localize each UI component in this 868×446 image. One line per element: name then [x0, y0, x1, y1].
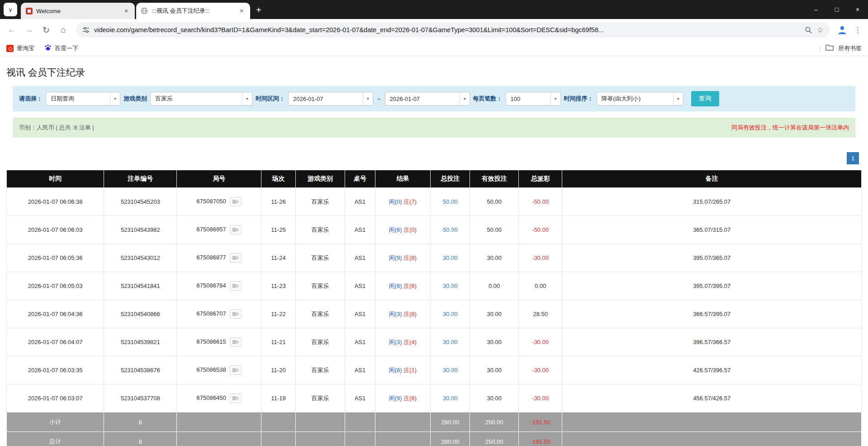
cell-session: 11-22: [261, 300, 296, 328]
round-number: 675086707: [197, 310, 226, 317]
cell-round: 675086707: [177, 300, 261, 328]
search-button[interactable]: 查询: [691, 91, 719, 106]
cell-session: 11-26: [261, 188, 296, 216]
tab-search-button[interactable]: ∨: [4, 3, 17, 16]
zoom-icon[interactable]: [805, 26, 812, 34]
table-row: 2026-01-07 06:06:38 523104545203 6750870…: [7, 188, 862, 216]
cell-bet-id: 523104538676: [104, 356, 177, 384]
profile-avatar[interactable]: [835, 22, 850, 38]
result-player: 闲(9): [389, 254, 402, 261]
cell-result: 闲(6) 庄(6): [375, 272, 431, 300]
tab-betrecord[interactable]: :::视讯 会员下注纪录::: ×: [136, 3, 250, 19]
game-kind-label: 游戏类别: [123, 95, 147, 103]
cell-total-bet: 50.00: [431, 188, 470, 216]
forward-button[interactable]: →: [21, 22, 37, 38]
sort-label: 时间排序：: [564, 95, 593, 103]
video-replay-icon[interactable]: [230, 337, 242, 347]
date-start-select[interactable]: 2026-01-07 ▼: [288, 92, 373, 106]
cell-note: 456.57/426.57: [562, 384, 862, 412]
page-title: 视讯 会员下注纪录: [6, 66, 862, 79]
subtotal-count: 8: [104, 412, 177, 432]
sort-select[interactable]: 降幂(由大到小) ▼: [597, 92, 683, 106]
reload-button[interactable]: ↻: [38, 22, 54, 38]
total-label: 总计: [7, 432, 104, 446]
cell-note: 395.07/395.07: [562, 272, 862, 300]
site-settings-icon[interactable]: [82, 26, 90, 34]
result-player: 闲(6): [389, 283, 402, 289]
total-bet-link[interactable]: 30.00: [443, 395, 458, 402]
video-replay-icon[interactable]: [230, 365, 242, 375]
new-tab-button[interactable]: +: [256, 5, 261, 15]
total-bet-link[interactable]: 30.00: [443, 283, 458, 289]
table-row: 2026-01-07 06:04:36 523104540866 6750867…: [7, 300, 862, 328]
cell-table-no: AS1: [345, 216, 375, 244]
cell-payout: -50.00: [519, 188, 562, 216]
tab-welcome[interactable]: Welcome ×: [21, 3, 135, 19]
chevron-down-icon[interactable]: ▼: [673, 92, 683, 105]
result-banker: 庄(6): [403, 283, 417, 289]
page-size-select[interactable]: 100 ▼: [506, 92, 561, 106]
maximize-button[interactable]: □: [826, 0, 847, 19]
close-window-button[interactable]: ×: [847, 0, 868, 19]
total-bet-link[interactable]: 30.00: [443, 254, 458, 261]
cell-note: 396.57/366.57: [562, 328, 862, 356]
chevron-down-icon[interactable]: ▼: [550, 92, 560, 105]
all-bookmarks[interactable]: | 所有书签: [820, 44, 862, 53]
close-icon[interactable]: ×: [122, 7, 130, 15]
date-end-select[interactable]: 2026-01-07 ▼: [385, 92, 470, 106]
date-mode-label: 请选择：: [19, 95, 43, 103]
url-text[interactable]: videoie.com/game/betrecord_search/kind3?…: [94, 26, 800, 34]
minimize-button[interactable]: –: [806, 0, 826, 19]
chevron-down-icon[interactable]: ▼: [460, 92, 470, 105]
subtotal-valid-bet: 250.00: [470, 412, 519, 432]
browser-menu-button[interactable]: ⋮: [851, 22, 864, 38]
cell-session: 11-20: [261, 356, 296, 384]
cell-session: 11-25: [261, 216, 296, 244]
cell-session: 11-24: [261, 244, 296, 272]
url-bar[interactable]: videoie.com/game/betrecord_search/kind3?…: [76, 22, 830, 38]
cell-note: 395.07/365.07: [562, 244, 862, 272]
video-replay-icon[interactable]: [230, 253, 242, 263]
cell-payout: 0.00: [519, 272, 562, 300]
folder-icon: [825, 44, 834, 52]
chevron-down-icon[interactable]: ▼: [242, 92, 252, 105]
date-mode-select[interactable]: 日期查询 ▼: [46, 92, 120, 106]
video-replay-icon[interactable]: [230, 281, 242, 291]
total-bet-link[interactable]: 50.00: [443, 198, 458, 205]
chevron-down-icon[interactable]: ▼: [110, 92, 120, 105]
taobao-icon: [6, 45, 14, 52]
bookmark-star-icon[interactable]: ☆: [817, 25, 824, 35]
cell-bet-id: 523104537708: [104, 384, 177, 412]
table-row: 2026-01-07 06:03:07 523104537708 6750864…: [7, 384, 862, 412]
bookmark-baidu[interactable]: 百度一下: [44, 44, 78, 53]
cell-total-bet: 30.00: [431, 244, 470, 272]
home-button[interactable]: ⌂: [55, 22, 71, 38]
cell-table-no: AS1: [345, 384, 375, 412]
window-controls: – □ ×: [806, 0, 868, 19]
tab-title: :::视讯 会员下注纪录:::: [152, 7, 234, 15]
game-kind-select[interactable]: 百家乐 ▼: [150, 92, 252, 106]
column-header: 时间: [7, 170, 104, 188]
cell-valid-bet: 30.00: [470, 328, 519, 356]
cell-valid-bet: 30.00: [470, 244, 519, 272]
cell-session: 11-19: [261, 384, 296, 412]
video-replay-icon[interactable]: [230, 225, 242, 235]
tab-strip: ∨ Welcome × :::视讯 会员下注纪录::: × + – □ ×: [0, 0, 868, 19]
table-row: 2026-01-07 06:05:36 523104543012 6750868…: [7, 244, 862, 272]
result-banker: 庄(1): [403, 367, 417, 374]
close-icon[interactable]: ×: [237, 7, 246, 15]
result-player: 闲(0): [389, 198, 402, 205]
round-number: 675087050: [197, 198, 226, 205]
chevron-down-icon[interactable]: ▼: [363, 92, 373, 105]
total-bet-link[interactable]: 30.00: [443, 311, 458, 317]
total-bet-link[interactable]: 30.00: [443, 367, 458, 374]
page-number-button[interactable]: 1: [847, 152, 859, 164]
video-replay-icon[interactable]: [230, 393, 242, 403]
video-replay-icon[interactable]: [230, 309, 242, 319]
bet-records-table: 时间注单编号局号场次游戏类别桌号结果总投注有效投注总派彩备注 2026-01-0…: [6, 170, 862, 446]
bookmark-taobao[interactable]: 爱淘宝: [6, 44, 34, 53]
total-bet-link[interactable]: 30.00: [443, 339, 458, 345]
back-button[interactable]: ←: [4, 22, 20, 38]
total-bet-link[interactable]: 50.00: [443, 226, 458, 233]
video-replay-icon[interactable]: [230, 197, 242, 206]
